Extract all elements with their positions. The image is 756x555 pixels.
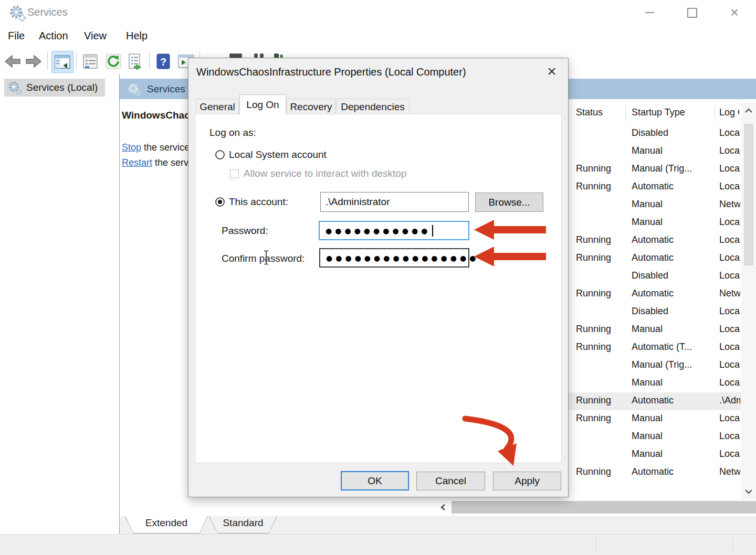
browse-button[interactable]: Browse... [475,193,543,212]
service-row[interactable]: RunningManualLocal Syste [569,321,742,339]
service-row[interactable]: ManualLocal Syste [569,214,742,232]
service-startup-type: Manual (Trig... [632,359,716,370]
tab-extended[interactable]: Extended [125,516,208,533]
service-row[interactable]: DisabledLocal Syste [569,268,742,285]
dialog-close-button[interactable]: × [543,62,561,80]
this-account-label[interactable]: This account: [229,196,288,208]
forward-button[interactable] [23,51,44,72]
service-logon-as: Local Syste [719,413,740,424]
horizontal-scroll-thumb[interactable] [452,501,756,514]
show-console-tree-button[interactable] [51,51,74,73]
cancel-button[interactable]: Cancel [416,472,485,490]
service-startup-type: Manual [632,217,716,228]
service-row[interactable]: ManualLocal Syste [569,375,742,392]
service-row[interactable]: DisabledLocal Syste [569,125,742,143]
service-row[interactable]: RunningAutomaticLocal Syste [569,178,742,196]
service-logon-as: Local Syste [719,252,740,263]
ok-button[interactable]: OK [341,471,409,490]
restart-service-icon[interactable] [274,54,279,58]
interact-desktop-checkbox[interactable] [230,169,239,178]
refresh-button[interactable] [103,51,124,72]
column-header-status[interactable]: Status [576,107,623,118]
vertical-scroll-thumb[interactable] [744,124,753,265]
service-status: Running [576,413,623,424]
stop-service-text: the service [141,142,188,153]
service-row[interactable]: ManualLocal Syste [569,428,742,446]
menu-bar: File Action View Help [0,25,756,49]
service-row[interactable]: RunningAutomatic (T...Local Syste [569,339,742,357]
service-status: Running [576,163,623,174]
tab-recovery[interactable]: Recovery [287,99,335,114]
stop-service-line: Stop the service [122,142,188,153]
service-row[interactable]: RunningAutomaticNetwork S [569,285,742,303]
password-input[interactable]: ●●●●●●●●●●● [319,221,469,240]
help-button[interactable]: ? [153,51,174,72]
service-row[interactable]: ManualLocal Syste [569,143,742,161]
minimize-button[interactable] [632,0,667,25]
menu-file[interactable]: File [8,30,25,42]
local-system-label[interactable]: Local System account [229,149,327,161]
service-startup-type: Manual [632,324,716,335]
tab-log-on[interactable]: Log On [239,94,286,114]
service-row[interactable]: RunningAutomatic.\Administrator [569,392,742,410]
scroll-left-icon[interactable] [440,504,446,511]
log-on-tab-panel: Log on as: Local System account Allow se… [195,114,562,463]
service-row[interactable]: DisabledLocal Syste [569,303,742,321]
tab-dependencies[interactable]: Dependencies [336,99,410,114]
restart-service-line: Restart the service [122,157,188,168]
services-window: Services × File Action View Help [0,0,756,555]
service-row[interactable]: RunningAutomaticLocal Syste [569,232,742,250]
selected-service-name: WindowsChaosInfrastructure [122,110,188,121]
close-button[interactable]: × [717,0,752,25]
service-row[interactable]: RunningAutomaticLocal Syste [569,250,742,268]
svg-text:?: ? [160,56,166,68]
menu-action[interactable]: Action [39,30,68,42]
scroll-up-icon[interactable] [744,108,753,113]
console-tree-pane: Services (Local) [0,74,120,534]
tab-general[interactable]: General [196,99,239,114]
service-row[interactable]: RunningManual (Trig...Local Syste [569,161,742,178]
local-system-radio[interactable] [215,150,225,159]
service-row[interactable]: ManualNetwork S [569,196,742,214]
menu-help[interactable]: Help [126,30,148,42]
service-logon-as: Local Syste [719,163,740,174]
tab-standard[interactable]: Standard [209,516,277,533]
export-list-button[interactable] [125,51,146,72]
refresh-icon [105,53,122,70]
back-button[interactable] [2,51,23,72]
service-row[interactable]: RunningManualLocal Syste [569,410,742,428]
forward-arrow-icon [25,52,43,70]
column-header-startup-type[interactable]: Startup Type [632,107,715,118]
console-tree-icon [54,54,71,70]
service-description-pane: WindowsChaosInfrastructure Stop the serv… [122,105,188,315]
scroll-down-icon[interactable] [744,489,753,494]
apply-button[interactable]: Apply [493,472,561,490]
service-logon-as: .\Administrator [719,395,740,406]
this-account-radio[interactable] [215,197,225,207]
account-input[interactable] [320,192,469,212]
maximize-button[interactable] [675,0,709,25]
menu-view[interactable]: View [84,30,107,42]
restart-service-link[interactable]: Restart [122,157,152,168]
confirm-password-input[interactable]: ●●●●●●●●●●●●●●●● [319,248,469,268]
service-logon-as: Local Syste [719,217,740,228]
service-status: Running [576,234,623,246]
tree-item-services-local[interactable]: Services (Local) [4,79,105,97]
service-startup-type: Automatic [632,395,716,406]
stop-service-icon[interactable] [229,54,242,58]
services-list: DisabledLocal SysteManualLocal SysteRunn… [569,125,742,482]
column-header-logon-as[interactable]: Log On As [719,107,739,118]
service-row[interactable]: ManualLocal Syste [569,446,742,464]
dialog-title: WindowsChaosInfrastructure Properties (L… [196,66,466,78]
pause-service-icon[interactable] [254,54,258,58]
service-row[interactable]: Manual (Trig...Local Syste [569,357,742,375]
horizontal-scrollbar[interactable] [319,500,756,515]
service-row[interactable]: RunningAutomaticNetwork S [569,464,742,482]
service-logon-as: Local Syste [719,449,740,460]
service-status: Running [576,324,623,335]
stop-service-link[interactable]: Stop [122,142,141,153]
properties-button[interactable] [80,51,101,72]
vertical-scrollbar[interactable] [741,103,756,499]
status-bar [0,534,756,555]
service-startup-type: Disabled [632,127,716,138]
